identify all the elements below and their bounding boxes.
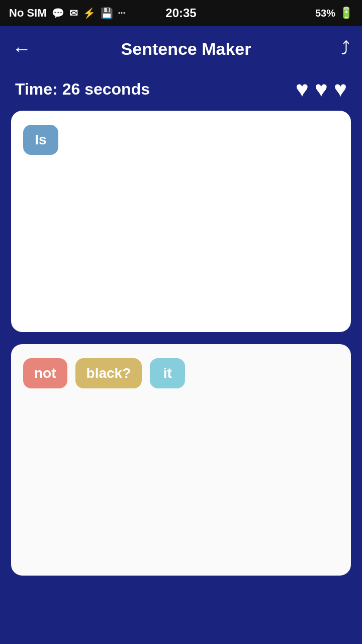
heart-3: ♥ bbox=[334, 76, 347, 102]
battery-percent: 53% bbox=[315, 8, 335, 19]
back-button[interactable]: ← bbox=[12, 38, 31, 60]
sentence-area[interactable]: Is bbox=[11, 111, 351, 332]
battery-icon: 🔋 bbox=[339, 7, 353, 20]
timer-display: Time: 26 seconds bbox=[15, 80, 150, 99]
bank-word-2[interactable]: it bbox=[150, 358, 185, 388]
usb-icon: ⚡ bbox=[83, 7, 96, 19]
status-left: No SIM 💬 ✉ ⚡ 💾 ··· bbox=[9, 7, 126, 20]
lives-container: ♥ ♥ ♥ bbox=[296, 76, 347, 102]
message-icon: ✉ bbox=[69, 7, 78, 19]
app-title: Sentence Maker bbox=[121, 39, 251, 59]
word-bank[interactable]: notblack?it bbox=[11, 344, 351, 576]
app-bar: ← Sentence Maker ⤴ bbox=[0, 26, 362, 71]
timer-lives-row: Time: 26 seconds ♥ ♥ ♥ bbox=[0, 71, 362, 111]
more-icon: ··· bbox=[118, 8, 126, 19]
storage-icon: 💾 bbox=[101, 7, 113, 19]
no-sim-text: No SIM bbox=[9, 7, 47, 20]
heart-2: ♥ bbox=[315, 76, 328, 102]
heart-1: ♥ bbox=[296, 76, 309, 102]
status-time: 20:35 bbox=[165, 6, 196, 20]
status-bar: No SIM 💬 ✉ ⚡ 💾 ··· 20:35 53% 🔋 bbox=[0, 0, 362, 26]
status-right: 53% 🔋 bbox=[315, 7, 353, 20]
whatsapp-icon: 💬 bbox=[52, 7, 64, 19]
bank-word-0[interactable]: not bbox=[23, 358, 67, 388]
placed-word-0[interactable]: Is bbox=[23, 125, 58, 155]
share-button[interactable]: ⤴ bbox=[341, 38, 350, 59]
bank-word-1[interactable]: black? bbox=[75, 358, 142, 388]
